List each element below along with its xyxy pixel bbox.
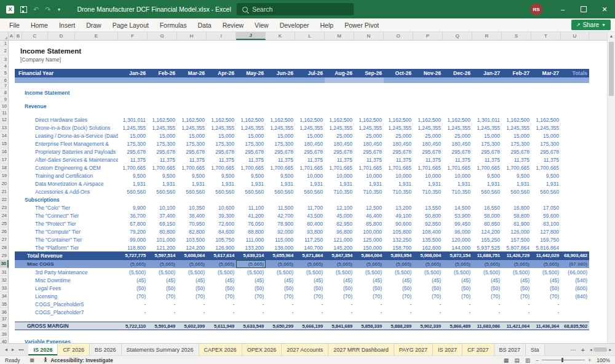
ribbon-tab-home[interactable]: Home xyxy=(25,18,54,31)
cell-R19[interactable]: 9,500 xyxy=(472,172,502,180)
cell-Q23[interactable]: 14,500 xyxy=(443,204,472,212)
cell-U31[interactable]: (66,000) xyxy=(561,268,589,276)
cell-Q33[interactable]: (50) xyxy=(443,284,472,292)
cell-U20[interactable] xyxy=(561,180,589,188)
cell-U38[interactable]: 68,835,502 xyxy=(561,322,589,330)
cell-K28[interactable]: 138,000 xyxy=(266,243,295,251)
cell-U16[interactable] xyxy=(561,148,589,156)
cell-P32[interactable]: (45) xyxy=(413,276,443,284)
cell-J30[interactable]: (5,665) xyxy=(236,260,266,269)
scroll-up-icon[interactable]: ▲ xyxy=(608,32,615,40)
cell-H17[interactable]: 11,375 xyxy=(177,156,207,164)
cell-Q31[interactable]: (5,500) xyxy=(443,268,472,276)
cell-I24[interactable]: 39,300 xyxy=(207,212,236,220)
cell-M30[interactable]: (5,665) xyxy=(325,260,354,269)
cell-M20[interactable]: 1,931 xyxy=(325,180,354,188)
cell-K29[interactable]: 5,655,964 xyxy=(266,251,295,260)
cell-I14[interactable]: 15,000 xyxy=(207,132,236,140)
cell-Q26[interactable]: 96,000 xyxy=(443,228,472,235)
column-header-H[interactable]: H xyxy=(177,32,207,40)
cell-H36[interactable]: - xyxy=(177,308,207,316)
ribbon-tab-view[interactable]: View xyxy=(249,18,274,31)
ribbon-tab-power-pivot[interactable]: Power Pivot xyxy=(339,18,384,31)
cell-H19[interactable]: 9,500 xyxy=(177,172,207,180)
cell-R21[interactable]: 560,560 xyxy=(472,188,502,196)
cell-U30[interactable]: (67,980) xyxy=(561,260,589,269)
cell-U34[interactable]: (840) xyxy=(561,292,589,300)
cell-P25[interactable]: 92,850 xyxy=(413,220,443,228)
row-header-38[interactable]: 38 xyxy=(0,322,9,330)
cell-R23[interactable]: 16,550 xyxy=(472,204,502,212)
cell-I25[interactable]: 72,600 xyxy=(207,220,236,228)
row-header-32[interactable]: 32 xyxy=(0,276,9,284)
cell-K21[interactable]: 560,560 xyxy=(266,188,295,196)
cell-H31[interactable]: (5,500) xyxy=(177,268,207,276)
cell-M19[interactable]: 10,000 xyxy=(325,172,354,180)
cell-F17[interactable]: 11,375 xyxy=(118,156,148,164)
cell-I12[interactable]: 1,162,500 xyxy=(207,116,236,124)
cell-H15[interactable]: 175,300 xyxy=(177,140,207,148)
cell-J23[interactable]: 11,100 xyxy=(236,204,266,212)
cell-U13[interactable] xyxy=(561,124,589,132)
cell-H18[interactable]: 1,700,665 xyxy=(177,164,207,172)
cell-R12[interactable]: 1,301,011 xyxy=(472,116,502,124)
cell-T26[interactable]: 127,800 xyxy=(531,228,561,235)
cell-K17[interactable]: 11,375 xyxy=(266,156,295,164)
cell-U32[interactable]: (540) xyxy=(561,276,589,284)
cell-M23[interactable]: 12,100 xyxy=(325,204,354,212)
row-header-39[interactable]: 39 xyxy=(0,330,9,338)
cell-N18[interactable]: 1,701,665 xyxy=(354,164,384,172)
sheet-tab-bs-2027[interactable]: BS 2027 xyxy=(494,344,526,355)
cell-L18[interactable]: 1,701,665 xyxy=(295,164,325,172)
column-header-Q[interactable]: Q xyxy=(443,32,472,40)
cell-J19[interactable]: 9,500 xyxy=(236,172,266,180)
cell-H23[interactable]: 10,350 xyxy=(177,204,207,212)
cell-G38[interactable]: 5,591,849 xyxy=(148,322,177,330)
row-header-23[interactable]: 23 xyxy=(0,204,9,212)
cell-M16[interactable]: 295,678 xyxy=(325,148,354,156)
empty-cells-row-34[interactable] xyxy=(589,292,607,300)
cell-T33[interactable]: (50) xyxy=(531,284,561,292)
cell-R27[interactable]: 155,250 xyxy=(472,235,502,243)
row-header-20[interactable]: 20 xyxy=(0,180,9,188)
cell-I18[interactable]: 1,700,665 xyxy=(207,164,236,172)
cell-F15[interactable]: 175,300 xyxy=(118,140,148,148)
empty-cells-row-13[interactable] xyxy=(589,124,607,132)
cell-H28[interactable]: 124,200 xyxy=(177,243,207,251)
close-button[interactable]: ✕ xyxy=(594,0,615,18)
cell-M35[interactable]: - xyxy=(325,300,354,308)
cell-T31[interactable]: (5,500) xyxy=(531,268,561,276)
cell-I17[interactable]: 11,375 xyxy=(207,156,236,164)
month-header-Jul-26[interactable]: Jul-26 xyxy=(295,69,325,77)
cell-S24[interactable]: 58,800 xyxy=(502,212,531,220)
row-header-24[interactable]: 24 xyxy=(0,212,9,220)
cell-I38[interactable]: 5,611,949 xyxy=(207,322,236,330)
cell-G35[interactable]: - xyxy=(148,300,177,308)
cell-K20[interactable]: 1,931 xyxy=(266,180,295,188)
row-19-label[interactable]: Training and Certification xyxy=(9,172,118,180)
row-header-34[interactable]: 34 xyxy=(0,292,9,300)
cell-L13[interactable]: 1,245,355 xyxy=(295,124,325,132)
cell-O13[interactable]: 1,245,355 xyxy=(384,124,413,132)
cell-O19[interactable]: 10,000 xyxy=(384,172,413,180)
cell-G33[interactable]: (50) xyxy=(148,284,177,292)
cell-U6[interactable] xyxy=(561,77,589,83)
row-31-label[interactable]: 3rd Party Maintenance xyxy=(9,268,118,276)
cell-J15[interactable]: 175,300 xyxy=(236,140,266,148)
cell-M31[interactable]: (5,500) xyxy=(325,268,354,276)
cell-P38[interactable]: 5,902,339 xyxy=(413,322,443,330)
share-button[interactable]: ↗ Share ▼ xyxy=(571,20,611,30)
cell-T23[interactable]: 17,050 xyxy=(531,204,561,212)
row-header-7[interactable]: 7 xyxy=(0,83,9,89)
cell-N13[interactable]: 1,245,355 xyxy=(354,124,384,132)
cell-Q16[interactable]: 295,678 xyxy=(443,148,472,156)
cell-A5[interactable] xyxy=(9,69,15,77)
cell-T17[interactable]: 11,375 xyxy=(531,156,561,164)
cell-J20[interactable]: 1,931 xyxy=(236,180,266,188)
horizontal-scroll-thumb[interactable] xyxy=(593,347,607,352)
row-header-28[interactable]: 28 xyxy=(0,243,9,251)
empty-cells-row-10[interactable] xyxy=(255,102,607,110)
cell-O38[interactable]: 5,888,289 xyxy=(384,322,413,330)
cell-U17[interactable] xyxy=(561,156,589,164)
empty-cells-row-27[interactable] xyxy=(589,235,607,243)
